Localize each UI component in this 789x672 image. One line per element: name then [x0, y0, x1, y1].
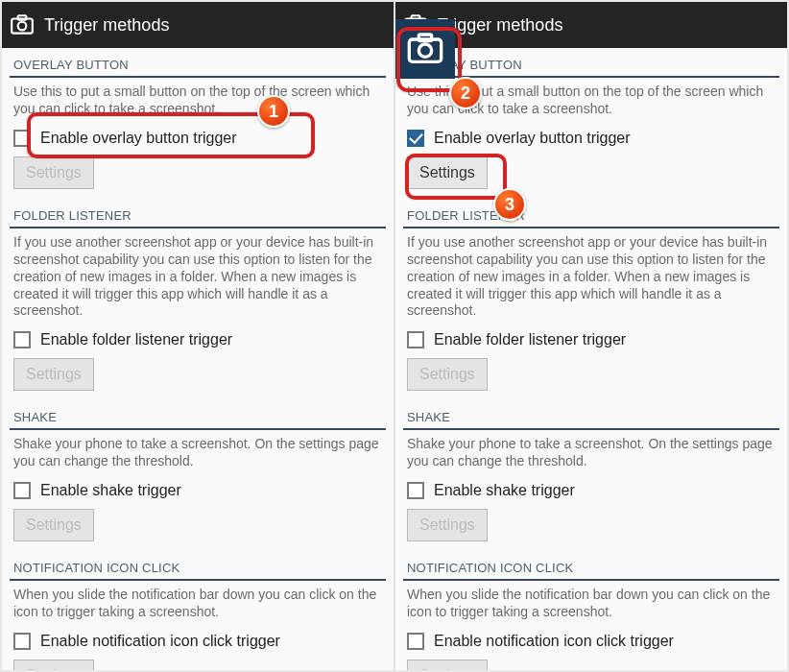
shake-settings-button: Settings — [13, 509, 94, 541]
content-area: OVERLAY BUTTON Use this to put a small b… — [2, 48, 394, 670]
svg-point-1 — [18, 22, 27, 31]
checkbox-overlay[interactable] — [13, 130, 31, 147]
checkbox-shake[interactable] — [407, 482, 424, 499]
shake-check-row[interactable]: Enable shake trigger — [10, 476, 386, 505]
checkbox-notification[interactable] — [13, 633, 31, 650]
section-shake: SHAKE Shake your phone to take a screens… — [2, 400, 394, 551]
checkbox-overlay-label: Enable overlay button trigger — [40, 130, 237, 147]
section-desc-notification: When you slide the notification bar down… — [10, 587, 386, 627]
checkbox-notification[interactable] — [407, 633, 424, 650]
checkbox-folder-label: Enable folder listener trigger — [40, 331, 232, 348]
checkbox-shake[interactable] — [13, 482, 31, 499]
checkbox-folder[interactable] — [407, 331, 424, 348]
section-desc-notification: When you slide the notification bar down… — [403, 587, 779, 627]
section-header-shake: SHAKE — [10, 400, 386, 430]
overlay-check-row[interactable]: Enable overlay button trigger — [10, 124, 386, 153]
section-desc-shake: Shake your phone to take a screenshot. O… — [403, 436, 779, 476]
section-notification: NOTIFICATION ICON CLICK When you slide t… — [2, 551, 394, 670]
shake-settings-button: Settings — [407, 509, 488, 541]
section-desc-shake: Shake your phone to take a screenshot. O… — [10, 436, 386, 476]
shake-check-row[interactable]: Enable shake trigger — [403, 476, 779, 505]
folder-settings-button: Settings — [13, 358, 94, 391]
section-desc-overlay: Use this to put a small button on the to… — [403, 84, 779, 124]
page-title: Trigger methods — [44, 15, 169, 36]
notification-settings-button: Settings — [407, 660, 488, 670]
section-header-shake: SHAKE — [403, 400, 779, 430]
section-shake: SHAKE Shake your phone to take a screens… — [395, 400, 787, 551]
page-title: Trigger methods — [438, 15, 562, 36]
section-desc-overlay: Use this to put a small button on the to… — [10, 84, 386, 124]
overlay-settings-button[interactable]: Settings — [407, 156, 488, 189]
screenshot-left-pane: Trigger methods OVERLAY BUTTON Use this … — [2, 2, 394, 670]
section-header-folder: FOLDER LISTENER — [403, 199, 779, 228]
content-area: OVERLAY BUTTON Use this to put a small b… — [395, 48, 787, 670]
checkbox-shake-label: Enable shake trigger — [40, 482, 181, 499]
checkbox-overlay[interactable] — [407, 130, 424, 147]
overlay-settings-button: Settings — [13, 156, 94, 189]
checkbox-overlay-label: Enable overlay button trigger — [434, 130, 631, 147]
section-header-overlay: OVERLAY BUTTON — [10, 48, 386, 78]
folder-check-row[interactable]: Enable folder listener trigger — [403, 325, 779, 354]
folder-check-row[interactable]: Enable folder listener trigger — [10, 325, 386, 354]
checkbox-folder[interactable] — [13, 331, 31, 348]
section-header-overlay: OVERLAY BUTTON — [403, 48, 779, 78]
screenshot-right-pane: Trigger methods OVERLAY BUTTON Use this … — [394, 2, 787, 670]
section-header-notification: NOTIFICATION ICON CLICK — [403, 551, 779, 581]
section-desc-folder: If you use another screenshot app or you… — [10, 234, 386, 326]
checkbox-notification-label: Enable notification icon click trigger — [40, 633, 280, 650]
section-notification: NOTIFICATION ICON CLICK When you slide t… — [395, 551, 787, 670]
checkbox-notification-label: Enable notification icon click trigger — [434, 633, 674, 650]
section-desc-folder: If you use another screenshot app or you… — [403, 234, 779, 326]
section-folder: FOLDER LISTENER If you use another scree… — [395, 199, 787, 401]
notification-check-row[interactable]: Enable notification icon click trigger — [10, 627, 386, 656]
camera-icon — [10, 12, 35, 37]
section-overlay: OVERLAY BUTTON Use this to put a small b… — [2, 48, 394, 199]
notification-check-row[interactable]: Enable notification icon click trigger — [403, 627, 779, 656]
checkbox-folder-label: Enable folder listener trigger — [434, 331, 626, 348]
overlay-check-row[interactable]: Enable overlay button trigger — [403, 124, 779, 153]
appbar: Trigger methods — [2, 2, 394, 48]
section-header-folder: FOLDER LISTENER — [10, 199, 386, 228]
section-folder: FOLDER LISTENER If you use another scree… — [2, 199, 394, 401]
checkbox-shake-label: Enable shake trigger — [434, 482, 575, 499]
overlay-camera-button[interactable] — [395, 19, 455, 79]
notification-settings-button: Settings — [13, 660, 94, 670]
section-header-notification: NOTIFICATION ICON CLICK — [10, 551, 386, 581]
svg-point-7 — [418, 44, 431, 57]
folder-settings-button: Settings — [407, 358, 488, 391]
